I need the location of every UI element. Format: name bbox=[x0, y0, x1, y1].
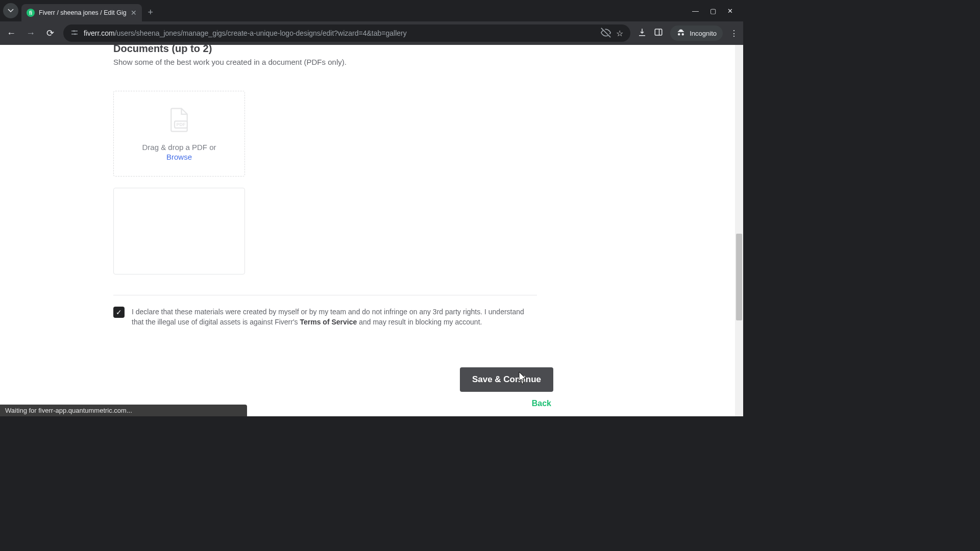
svg-point-5 bbox=[75, 33, 76, 35]
form-actions: Save & Continue Back bbox=[113, 367, 553, 408]
bookmark-star-icon[interactable]: ☆ bbox=[616, 29, 623, 38]
reload-icon[interactable]: ⟳ bbox=[44, 28, 56, 39]
back-nav-icon[interactable]: ← bbox=[5, 28, 17, 39]
gig-gallery-form: Documents (up to 2) Show some of the bes… bbox=[0, 43, 743, 414]
window-controls: ― ▢ ✕ bbox=[692, 7, 740, 15]
browser-tab[interactable]: fi Fiverr / sheena jones / Edit Gig ✕ bbox=[21, 4, 142, 21]
secondary-upload-slot[interactable] bbox=[113, 188, 245, 274]
downloads-icon[interactable] bbox=[638, 28, 647, 39]
svg-rect-1 bbox=[75, 31, 78, 32]
page-viewport: Documents (up to 2) Show some of the bes… bbox=[0, 45, 743, 416]
incognito-badge[interactable]: Incognito bbox=[670, 26, 723, 41]
close-window-icon[interactable]: ✕ bbox=[727, 7, 733, 15]
browser-toolbar: ← → ⟳ fiverr.com/users/sheena_jones/mana… bbox=[0, 21, 743, 45]
fiverr-favicon: fi bbox=[27, 9, 35, 17]
maximize-icon[interactable]: ▢ bbox=[710, 7, 716, 15]
url-path: /users/sheena_jones/manage_gigs/create-a… bbox=[115, 29, 407, 37]
svg-text:PDF: PDF bbox=[176, 122, 186, 127]
incognito-label: Incognito bbox=[690, 30, 717, 37]
svg-rect-3 bbox=[76, 34, 78, 35]
declaration-text: I declare that these materials were crea… bbox=[132, 307, 537, 328]
dropzone-text: Drag & drop a PDF or bbox=[142, 143, 216, 152]
pdf-dropzone[interactable]: PDF Drag & drop a PDF or Browse bbox=[113, 91, 245, 177]
close-tab-icon[interactable]: ✕ bbox=[131, 9, 137, 17]
svg-point-4 bbox=[74, 30, 75, 32]
svg-rect-2 bbox=[71, 34, 75, 35]
svg-rect-7 bbox=[655, 29, 662, 35]
url-domain: fiverr.com bbox=[84, 29, 115, 37]
new-tab-button[interactable]: + bbox=[148, 7, 154, 18]
terms-of-service-link[interactable]: Terms of Service bbox=[300, 318, 357, 326]
vertical-scrollbar[interactable] bbox=[735, 45, 743, 416]
eye-off-icon[interactable] bbox=[601, 28, 611, 39]
tab-search-button[interactable] bbox=[3, 3, 18, 18]
pdf-file-icon: PDF bbox=[165, 106, 193, 136]
scrollbar-thumb[interactable] bbox=[736, 234, 742, 320]
back-link[interactable]: Back bbox=[532, 399, 551, 408]
declaration-checkbox[interactable]: ✓ bbox=[113, 307, 125, 318]
save-continue-button[interactable]: Save & Continue bbox=[460, 367, 553, 392]
browse-link[interactable]: Browse bbox=[166, 153, 192, 161]
documents-section-subtitle: Show some of the best work you created i… bbox=[113, 58, 743, 66]
site-settings-icon[interactable] bbox=[70, 29, 79, 38]
section-divider bbox=[113, 295, 537, 295]
tab-title: Fiverr / sheena jones / Edit Gig bbox=[39, 9, 127, 16]
browser-status-bar: Waiting for fiverr-app.quantummetric.com… bbox=[0, 405, 247, 416]
address-bar[interactable]: fiverr.com/users/sheena_jones/manage_gig… bbox=[63, 24, 630, 42]
svg-rect-0 bbox=[71, 31, 74, 32]
side-panel-icon[interactable] bbox=[654, 28, 663, 39]
menu-icon[interactable]: ⋮ bbox=[730, 29, 738, 38]
forward-nav-icon[interactable]: → bbox=[24, 28, 37, 39]
minimize-icon[interactable]: ― bbox=[692, 7, 699, 15]
declaration-row: ✓ I declare that these materials were cr… bbox=[113, 307, 537, 328]
documents-section-title: Documents (up to 2) bbox=[113, 43, 743, 55]
declaration-text-post: and may result in blocking my account. bbox=[357, 318, 482, 326]
browser-titlebar: fi Fiverr / sheena jones / Edit Gig ✕ + … bbox=[0, 0, 743, 21]
